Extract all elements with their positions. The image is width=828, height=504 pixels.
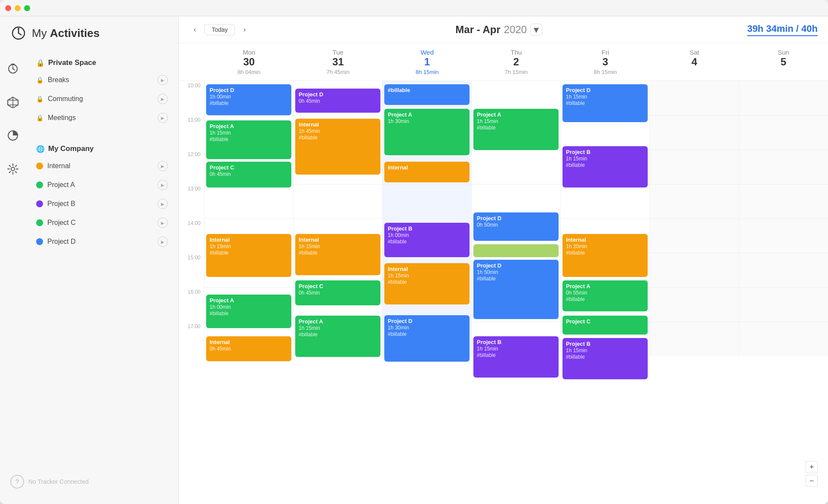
event-fri-1[interactable]: Project D 1h 15min #billable bbox=[562, 84, 648, 122]
event-thu-2[interactable]: Project D 0h 50min bbox=[473, 212, 559, 241]
play-project-c[interactable]: ▶ bbox=[158, 218, 168, 228]
close-button[interactable] bbox=[5, 5, 11, 11]
minimize-button[interactable] bbox=[15, 5, 21, 11]
play-project-b[interactable]: ▶ bbox=[158, 199, 168, 209]
event-mon-4[interactable]: Internal 1h 19min #billable bbox=[206, 234, 291, 277]
prev-button[interactable]: ‹ bbox=[189, 24, 201, 36]
day-col-fri: Project D 1h 15min #billable Project B 1… bbox=[561, 81, 650, 356]
sidebar-header: My Activities bbox=[0, 25, 178, 52]
3d-nav-icon[interactable] bbox=[2, 91, 24, 113]
sidebar-item-commuting[interactable]: 🔒 Commuting ▶ bbox=[26, 89, 178, 108]
settings-nav-icon[interactable] bbox=[2, 158, 24, 180]
event-mon-5[interactable]: Project A 1h 00min #billable bbox=[206, 295, 291, 328]
zoom-in-button[interactable]: + bbox=[806, 461, 818, 473]
day-header-sun: Sun 5 bbox=[739, 43, 828, 80]
sidebar: My Activities bbox=[0, 16, 179, 504]
time-1200: 12:00 bbox=[179, 150, 204, 184]
event-tue-5[interactable]: Project A 1h 15min #billable bbox=[295, 316, 380, 357]
time-1300: 13:00 bbox=[179, 184, 204, 218]
today-button[interactable]: Today bbox=[204, 24, 235, 35]
event-fri-2[interactable]: Project B 1h 15min #billable bbox=[562, 146, 648, 187]
time-column: 10:00 11:00 12:00 13:00 14:00 15:00 16:0… bbox=[179, 81, 204, 356]
my-company-header: 🌐 My Company bbox=[26, 141, 178, 157]
dot-icon-project-d bbox=[36, 238, 43, 245]
help-icon[interactable]: ? bbox=[10, 475, 24, 489]
time-1600: 16:00 bbox=[179, 287, 204, 322]
day-col-thu: Project A 1h 15min #billable Project D 0… bbox=[472, 81, 561, 356]
play-project-a[interactable]: ▶ bbox=[158, 180, 168, 190]
play-project-d[interactable]: ▶ bbox=[158, 237, 168, 247]
event-tue-1[interactable]: Project D 0h 45min bbox=[295, 89, 380, 113]
next-button[interactable]: › bbox=[238, 24, 250, 36]
event-mon-6[interactable]: Internal 0h 45min bbox=[206, 336, 291, 361]
app-title: My Activities bbox=[32, 27, 100, 40]
event-tue-3[interactable]: Internal 1h 15min #billable bbox=[295, 234, 380, 275]
time-1000: 10:00 bbox=[179, 81, 204, 115]
hours-summary: 39h 34min / 40h bbox=[747, 23, 818, 36]
event-thu-1[interactable]: Project A 1h 15min #billable bbox=[473, 109, 559, 150]
event-fri-5[interactable]: Project C bbox=[562, 316, 648, 335]
titlebar bbox=[0, 0, 828, 16]
event-thu-5[interactable]: Project B 1h 15min #billable bbox=[473, 336, 559, 378]
lock-icon-breaks: 🔒 bbox=[36, 77, 43, 83]
day-col-tue: Project D 0h 45min Internal 1h 45min #bi… bbox=[294, 81, 383, 356]
sidebar-item-meetings[interactable]: 🔒 Meetings ▶ bbox=[26, 108, 178, 127]
event-mon-3[interactable]: Project C 0h 45min bbox=[206, 162, 291, 187]
event-fri-4[interactable]: Project A 0h 55min #billable bbox=[562, 280, 648, 311]
zoom-out-button[interactable]: − bbox=[806, 475, 818, 487]
event-mon-2[interactable]: Project A 1h 15min #billable bbox=[206, 120, 291, 159]
event-wed-6[interactable]: Project D 1h 30min #billable bbox=[384, 315, 470, 362]
pie-chart-nav-icon[interactable] bbox=[2, 125, 24, 146]
event-wed-4[interactable]: Project B 1h 00min #billable bbox=[384, 223, 470, 257]
time-1100: 11:00 bbox=[179, 115, 204, 150]
tracker-status: No Tracker Connected bbox=[28, 478, 89, 485]
days-header: Mon 30 8h 04min Tue 31 7h 45min Wed 1 8h… bbox=[179, 43, 828, 81]
dot-icon-project-b bbox=[36, 200, 43, 207]
sidebar-item-project-a[interactable]: Project A ▶ bbox=[26, 175, 178, 194]
event-fri-6[interactable]: Project B 1h 15min #billable bbox=[562, 338, 648, 379]
maximize-button[interactable] bbox=[24, 5, 30, 11]
nav-arrows: ‹ Today › bbox=[189, 24, 250, 36]
svg-line-6 bbox=[13, 69, 15, 70]
play-commuting[interactable]: ▶ bbox=[158, 94, 168, 104]
dot-icon-project-c bbox=[36, 219, 43, 226]
event-mon-1[interactable]: Project D 1h 00min #billable bbox=[206, 84, 291, 115]
play-internal[interactable]: ▶ bbox=[158, 161, 168, 171]
event-tue-2[interactable]: Internal 1h 45min #billable bbox=[295, 119, 380, 175]
clock-icon bbox=[10, 25, 27, 41]
event-wed-1[interactable]: #billable bbox=[384, 84, 470, 105]
event-wed-5[interactable]: Internal 1h 15min #billable bbox=[384, 263, 470, 304]
main-content: ‹ Today › Mar - Apr 2020 ▾ 39h 34min / 4… bbox=[179, 16, 828, 504]
day-col-wed: #billable Project A 1h 30min Internal Pr… bbox=[383, 81, 472, 356]
time-1400: 14:00 bbox=[179, 218, 204, 253]
sidebar-item-breaks[interactable]: 🔒 Breaks ▶ bbox=[26, 71, 178, 89]
date-range: Mar - Apr 2020 ▾ bbox=[455, 24, 542, 36]
play-breaks[interactable]: ▶ bbox=[158, 75, 168, 85]
event-wed-2[interactable]: Project A 1h 30min bbox=[384, 109, 470, 155]
lock-icon-commuting: 🔒 bbox=[36, 95, 43, 102]
timer-nav-icon[interactable] bbox=[2, 58, 24, 79]
date-dropdown[interactable]: ▾ bbox=[530, 24, 542, 36]
private-space-section: 🔒 Private Space 🔒 Breaks ▶ bbox=[26, 52, 178, 131]
day-header-thu: Thu 2 7h 15min bbox=[472, 43, 561, 80]
sidebar-item-internal[interactable]: Internal ▶ bbox=[26, 157, 178, 175]
dot-icon-project-a bbox=[36, 181, 43, 188]
dot-icon-internal bbox=[36, 163, 43, 169]
app-window: My Activities bbox=[0, 0, 828, 504]
sidebar-item-project-b[interactable]: Project B ▶ bbox=[26, 194, 178, 213]
day-col-sat bbox=[650, 81, 739, 356]
event-thu-4[interactable]: Project D 1h 50min #billable bbox=[473, 260, 559, 319]
event-wed-3[interactable]: Internal bbox=[384, 162, 470, 182]
svg-point-14 bbox=[11, 167, 15, 171]
day-header-sat: Sat 4 bbox=[650, 43, 739, 80]
sidebar-item-project-d[interactable]: Project D ▶ bbox=[26, 232, 178, 251]
event-thu-3[interactable] bbox=[473, 244, 559, 257]
event-tue-4[interactable]: Project C 0h 45min bbox=[295, 280, 380, 305]
day-col-mon: Project D 1h 00min #billable Project A 1… bbox=[204, 81, 294, 356]
event-fri-3[interactable]: Internal 1h 20min #billable bbox=[562, 234, 648, 277]
calendar-body: 10:00 11:00 12:00 13:00 14:00 15:00 16:0… bbox=[179, 81, 828, 356]
sidebar-item-project-c[interactable]: Project C ▶ bbox=[26, 213, 178, 232]
play-meetings[interactable]: ▶ bbox=[158, 113, 168, 123]
day-header-tue: Tue 31 7h 45min bbox=[294, 43, 383, 80]
my-company-section: 🌐 My Company Internal ▶ bbox=[26, 138, 178, 255]
